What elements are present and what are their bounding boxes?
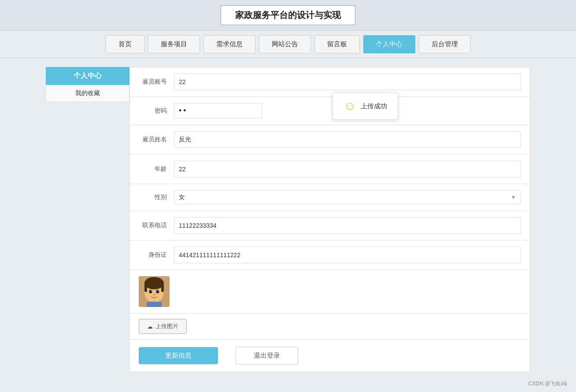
header: 家政服务平台的设计与实现 — [0, 0, 576, 31]
sidebar: 个人中心 我的收藏 — [46, 67, 129, 372]
avatar-image — [139, 276, 170, 307]
svg-rect-3 — [144, 283, 147, 292]
upload-button[interactable]: ☁ 上传图片 — [139, 319, 187, 334]
id-input-box — [174, 247, 521, 263]
gender-row: 性别 女 ▼ — [130, 184, 530, 211]
upload-cloud-icon: ☁ — [147, 323, 153, 330]
gender-value: 女 — [179, 193, 185, 201]
sidebar-item-favorites[interactable]: 我的收藏 — [46, 85, 129, 102]
gender-select[interactable]: 女 ▼ — [174, 190, 521, 204]
phone-row: 联系电话 — [130, 211, 530, 240]
svg-rect-10 — [147, 302, 162, 307]
upload-label: 上传图片 — [155, 322, 178, 330]
svg-point-7 — [151, 291, 152, 292]
nav-item-messages[interactable]: 留言板 — [314, 35, 360, 53]
age-input[interactable] — [179, 164, 516, 174]
gender-label: 性别 — [139, 193, 174, 201]
footer-text: CSDN @飞鱼#& — [528, 381, 567, 387]
header-title: 家政服务平台的设计与实现 — [221, 5, 355, 25]
account-input[interactable] — [179, 77, 516, 87]
name-label: 雇员姓名 — [139, 136, 174, 144]
id-input[interactable] — [179, 250, 516, 260]
svg-point-2 — [144, 277, 164, 289]
password-label: 密码 — [139, 107, 174, 115]
footer: CSDN @飞鱼#& — [520, 376, 576, 392]
account-row: 雇员账号 — [130, 67, 530, 97]
nav-item-notice[interactable]: 网站公告 — [259, 35, 311, 53]
avatar — [139, 276, 170, 307]
nav-item-admin[interactable]: 后台管理 — [419, 35, 471, 53]
id-label: 身份证 — [139, 251, 174, 259]
svg-point-5 — [149, 290, 152, 293]
age-input-box — [174, 161, 521, 178]
svg-point-6 — [156, 290, 159, 293]
account-label: 雇员账号 — [139, 78, 174, 86]
svg-point-8 — [158, 291, 159, 292]
account-input-box — [174, 74, 521, 90]
main-layout: 个人中心 我的收藏 雇员账号 密码 •• ☺ 上传成功 雇员姓名 — [46, 67, 530, 372]
toast-smile-icon: ☺ — [343, 99, 356, 113]
update-button[interactable]: 更新信息 — [139, 347, 218, 364]
svg-point-9 — [153, 294, 155, 296]
password-row: 密码 •• ☺ 上传成功 — [130, 97, 530, 125]
nav-item-profile[interactable]: 个人中心 — [363, 35, 415, 53]
content-area: 雇员账号 密码 •• ☺ 上传成功 雇员姓名 年龄 — [129, 67, 530, 372]
age-label: 年龄 — [139, 165, 174, 173]
nav-item-demand[interactable]: 需求信息 — [203, 35, 255, 53]
id-row: 身份证 — [130, 240, 530, 270]
phone-input-box — [174, 217, 521, 234]
age-row: 年龄 — [130, 155, 530, 184]
upload-success-toast: ☺ 上传成功 — [332, 92, 398, 120]
avatar-row — [130, 270, 530, 314]
logout-button[interactable]: 退出登录 — [236, 347, 298, 365]
name-input[interactable] — [179, 134, 516, 145]
phone-input[interactable] — [179, 220, 516, 231]
password-input-box: •• — [174, 103, 262, 118]
sidebar-title: 个人中心 — [46, 67, 129, 85]
phone-label: 联系电话 — [139, 222, 174, 229]
svg-rect-4 — [161, 283, 164, 292]
upload-row: ☁ 上传图片 — [130, 314, 530, 340]
nav-item-home[interactable]: 首页 — [106, 35, 144, 53]
toast-text: 上传成功 — [361, 102, 387, 111]
action-row: 更新信息 退出登录 — [130, 340, 530, 372]
name-input-box — [174, 131, 521, 148]
password-dots: •• — [179, 106, 188, 115]
chevron-down-icon: ▼ — [511, 194, 516, 200]
nav-item-services[interactable]: 服务项目 — [148, 35, 200, 53]
navigation: 首页 服务项目 需求信息 网站公告 留言板 个人中心 后台管理 — [0, 31, 576, 58]
name-row: 雇员姓名 — [130, 125, 530, 155]
